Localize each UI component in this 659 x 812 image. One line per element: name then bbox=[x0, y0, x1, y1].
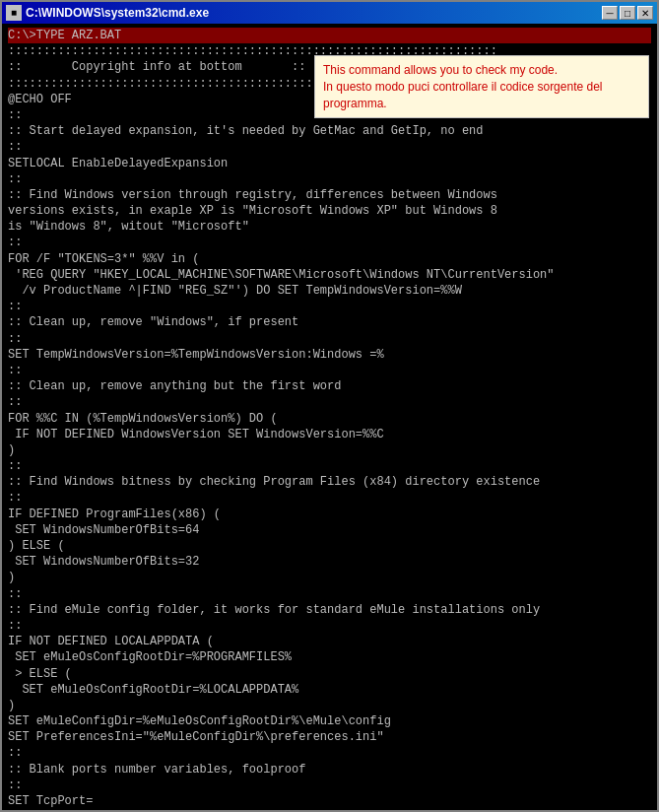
cmd-window: ■ C:\WINDOWS\system32\cmd.exe ─ □ ✕ This… bbox=[0, 0, 659, 812]
minimize-button[interactable]: ─ bbox=[602, 6, 618, 20]
title-bar: ■ C:\WINDOWS\system32\cmd.exe ─ □ ✕ bbox=[2, 2, 657, 24]
maximize-button[interactable]: □ bbox=[620, 6, 635, 20]
terminal-content: This command allows you to check my code… bbox=[2, 24, 657, 810]
tooltip-line1: This command allows you to check my code… bbox=[323, 63, 558, 77]
title-bar-left: ■ C:\WINDOWS\system32\cmd.exe bbox=[6, 5, 209, 21]
window-controls: ─ □ ✕ bbox=[602, 6, 653, 20]
cmd-icon: ■ bbox=[6, 5, 22, 21]
tooltip-line2: In questo modo puci controllare il codic… bbox=[323, 80, 603, 94]
code-block: C:\>TYPE ARZ.BAT::::::::::::::::::::::::… bbox=[8, 28, 651, 810]
close-button[interactable]: ✕ bbox=[637, 6, 653, 20]
tooltip-box: This command allows you to check my code… bbox=[314, 55, 649, 118]
window-title: C:\WINDOWS\system32\cmd.exe bbox=[26, 6, 209, 20]
tooltip-line3: programma. bbox=[323, 97, 387, 110]
